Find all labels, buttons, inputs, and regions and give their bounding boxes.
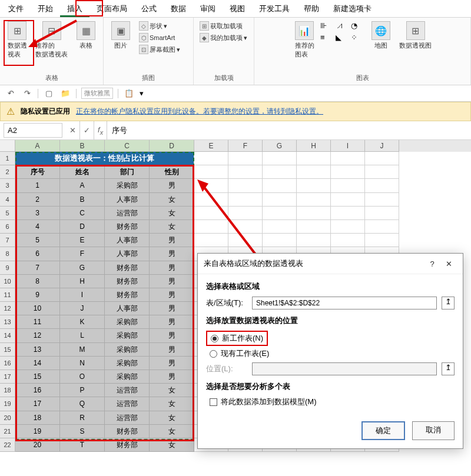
table-header[interactable]: 部门 (105, 165, 150, 179)
my-addins-button[interactable]: ◆我的加载项▾ (197, 32, 250, 44)
cell[interactable] (194, 220, 228, 234)
cell[interactable]: 4 (15, 220, 60, 234)
table-header[interactable] (228, 165, 263, 179)
menu-新建选项卡[interactable]: 新建选项卡 (326, 0, 379, 17)
cell[interactable]: 人事部 (105, 234, 150, 247)
cell[interactable]: 8 (15, 275, 60, 288)
cell[interactable]: 男 (150, 247, 194, 261)
cell[interactable] (297, 152, 331, 165)
cell[interactable] (263, 152, 297, 165)
cell[interactable]: 采购部 (105, 370, 150, 384)
cell[interactable]: I (60, 288, 105, 302)
shapes-button[interactable]: ◇形状▾ (137, 20, 190, 32)
cell[interactable]: 男 (150, 234, 194, 247)
cell[interactable]: 女 (150, 397, 194, 411)
open-button[interactable]: 📁 (59, 88, 71, 99)
cell[interactable]: H (60, 275, 105, 288)
row-header[interactable]: 9 (0, 261, 15, 275)
row-header[interactable]: 16 (0, 357, 15, 370)
row-header[interactable]: 4 (0, 193, 15, 207)
cell[interactable]: 女 (150, 384, 194, 397)
cell[interactable]: 女 (150, 438, 194, 452)
cell[interactable] (365, 234, 399, 247)
cell[interactable]: 财务部 (105, 261, 150, 275)
cell[interactable]: 采购部 (105, 343, 150, 357)
row-header[interactable]: 17 (0, 370, 15, 384)
cell[interactable] (331, 234, 365, 247)
cell[interactable] (228, 220, 263, 234)
table-header[interactable] (365, 165, 399, 179)
recommended-pivot-button[interactable]: ⊟推荐的 数据透视表 (33, 20, 70, 60)
cell[interactable] (228, 179, 263, 192)
formula-input[interactable] (107, 124, 471, 137)
cell[interactable]: 10 (15, 302, 60, 315)
col-header-A[interactable]: A (15, 140, 60, 152)
cell[interactable]: 19 (15, 425, 60, 438)
col-header-I[interactable]: I (331, 140, 365, 152)
menu-帮助[interactable]: 帮助 (297, 0, 326, 17)
cell[interactable] (365, 193, 399, 207)
menu-插入[interactable]: 插入 (60, 0, 89, 17)
pie-chart-icon[interactable]: ◔ (351, 21, 364, 32)
cell[interactable]: 财务部 (105, 288, 150, 302)
cell[interactable]: T (60, 438, 105, 452)
recommended-charts-button[interactable]: 📊推荐的 图表 (291, 20, 318, 60)
cell[interactable]: S (60, 425, 105, 438)
font-name-display[interactable]: 微软雅黑 (81, 88, 113, 99)
cell[interactable]: 财务部 (105, 220, 150, 234)
cell[interactable]: 11 (15, 315, 60, 329)
cell[interactable] (331, 179, 365, 192)
range-input[interactable] (252, 297, 437, 309)
cell[interactable]: 女 (150, 411, 194, 425)
banner-link[interactable]: 正在将你的帐户隐私设置应用到此设备。若要调整您的设置，请转到隐私设置。 (76, 106, 323, 116)
hbar-chart-icon[interactable]: ≡ (320, 33, 333, 44)
cell[interactable]: 男 (150, 288, 194, 302)
menu-审阅[interactable]: 审阅 (193, 0, 223, 17)
cell[interactable] (331, 193, 365, 207)
cell[interactable]: 运营部 (105, 207, 150, 220)
cell[interactable] (297, 220, 331, 234)
cell[interactable]: 18 (15, 411, 60, 425)
cell[interactable]: 运营部 (105, 411, 150, 425)
table-header[interactable]: 姓名 (60, 165, 105, 179)
cell[interactable]: K (60, 315, 105, 329)
cell[interactable]: Q (60, 397, 105, 411)
table-header[interactable] (331, 165, 365, 179)
menu-开发工具[interactable]: 开发工具 (252, 0, 297, 17)
cell[interactable]: 17 (15, 397, 60, 411)
cell[interactable] (263, 220, 297, 234)
cell[interactable] (228, 234, 263, 247)
cell[interactable] (194, 152, 228, 165)
pivot-table-button[interactable]: ⊞数据透 视表 (4, 20, 31, 60)
row-header[interactable]: 12 (0, 302, 15, 315)
cell[interactable]: 男 (150, 302, 194, 315)
col-header-F[interactable]: F (228, 140, 263, 152)
cell[interactable]: 5 (15, 234, 60, 247)
paste-button[interactable]: 📋 (123, 88, 135, 99)
row-header[interactable]: 19 (0, 397, 15, 411)
range-picker-button[interactable]: ↥ (442, 297, 455, 309)
col-header-G[interactable]: G (263, 140, 297, 152)
cancel-formula-icon[interactable]: ✕ (66, 121, 80, 139)
menu-文件[interactable]: 文件 (1, 0, 31, 17)
cell[interactable]: 男 (150, 357, 194, 370)
cell[interactable] (263, 234, 297, 247)
screenshot-button[interactable]: ⊡屏幕截图▾ (137, 44, 190, 55)
new-button[interactable]: ▢ (43, 88, 55, 99)
row-header[interactable]: 8 (0, 247, 15, 261)
line-chart-icon[interactable]: ⩘ (336, 21, 349, 32)
cell[interactable]: 7 (15, 261, 60, 275)
cell[interactable] (194, 193, 228, 207)
cell[interactable]: 男 (150, 370, 194, 384)
table-header[interactable] (297, 165, 331, 179)
cell[interactable]: 女 (150, 220, 194, 234)
cell[interactable] (331, 152, 365, 165)
row-header[interactable]: 18 (0, 384, 15, 397)
menu-公式[interactable]: 公式 (134, 0, 164, 17)
cell[interactable]: 15 (15, 370, 60, 384)
close-icon[interactable]: ✕ (440, 259, 457, 268)
smartart-button[interactable]: ⬡SmartArt (137, 32, 190, 44)
table-header[interactable] (194, 165, 228, 179)
cell[interactable] (228, 207, 263, 220)
picture-button[interactable]: ▣图片 (107, 20, 134, 51)
